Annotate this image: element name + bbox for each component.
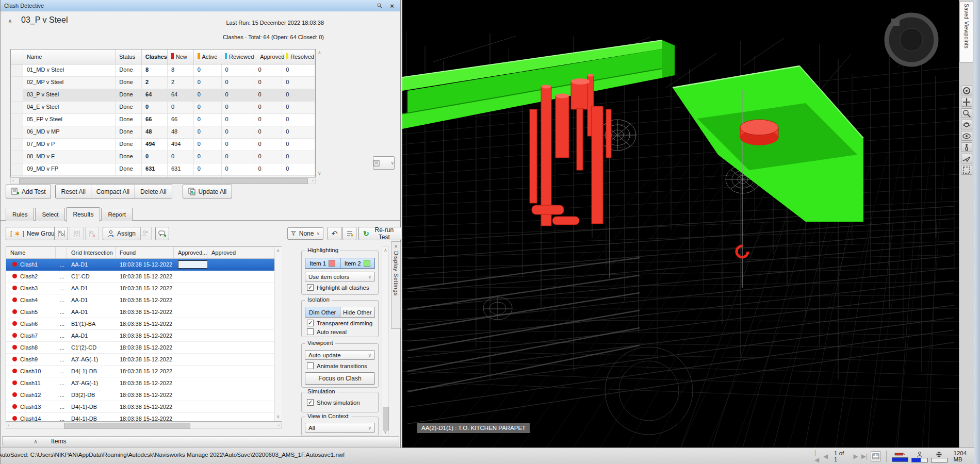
tests-column-header[interactable]: Name (23, 49, 116, 64)
row-selector[interactable] (11, 64, 23, 76)
tab-report[interactable]: Report (101, 208, 133, 221)
clash-row[interactable]: Clash9...A3'-AG(-1)18:03:38 15-12-2022 (6, 354, 281, 366)
row-selector[interactable] (11, 102, 23, 113)
highlight-all-checkbox[interactable]: ✓ Highlight all clashes (307, 284, 369, 291)
add-comment-button[interactable] (155, 227, 169, 240)
results-horizontal-scrollbar[interactable]: ‹ › (6, 422, 282, 429)
scroll-left-icon[interactable]: ‹ (12, 178, 14, 184)
scroll-left-icon[interactable]: ‹ (8, 423, 9, 428)
tests-column-header[interactable]: New (168, 49, 194, 64)
filter-dropdown[interactable]: None ∨ (287, 227, 323, 240)
first-sheet-icon[interactable]: |◀ (814, 449, 820, 463)
approved-by-cell[interactable] (174, 260, 207, 269)
test-row[interactable]: 04_E v SteelDone000000 (11, 102, 315, 114)
tests-column-header[interactable]: Status (116, 49, 142, 64)
clash-row[interactable]: Clash3...AA-D118:03:38 15-12-2022 (6, 283, 281, 294)
results-column-header[interactable]: Found (116, 247, 174, 258)
results-column-header[interactable]: Grid Intersection (67, 247, 116, 258)
test-row[interactable]: 03_P v SteelDone64640000 (11, 89, 315, 102)
scrollbar-thumb[interactable] (383, 407, 389, 430)
display-settings-tab[interactable]: » Display Settings (391, 241, 401, 329)
scroll-down-icon[interactable]: ∨ (384, 429, 387, 435)
undo-button[interactable]: ↶ (328, 227, 341, 240)
tab-results[interactable]: Results (66, 207, 100, 222)
row-selector[interactable] (11, 89, 23, 101)
walk-button[interactable] (961, 142, 972, 152)
3d-viewport[interactable]: AA(2)-D1(1) : T.O. KITCHEN PARAPET (402, 0, 959, 448)
clash-row[interactable]: Clash14...D4(-1)-DB18:03:38 15-12-2022 (6, 413, 281, 422)
update-all-button[interactable]: ↻ Update All (183, 185, 233, 198)
compact-all-button[interactable]: Compact All (91, 185, 135, 198)
tests-column-header[interactable]: Clashes (142, 49, 168, 64)
scroll-up-icon[interactable]: ∧ (318, 50, 321, 56)
report-options-button[interactable]: ∨ (373, 156, 395, 170)
animate-transitions-checkbox[interactable]: Animate transitions (307, 362, 367, 369)
test-row[interactable]: 09_MD v FPDone6316310000 (11, 163, 315, 176)
tests-vertical-scrollbar[interactable]: ∧ ∨ (316, 49, 323, 177)
row-selector[interactable] (11, 114, 23, 126)
clash-row[interactable]: Clash13...D4(-1)-DB18:03:38 15-12-2022 (6, 401, 281, 413)
tests-column-header[interactable]: Approved (254, 49, 282, 64)
clash-row[interactable]: Clash10...D4(-1)-DB18:03:38 15-12-2022 (6, 366, 281, 377)
show-simulation-checkbox[interactable]: ✓ Show simulation (307, 399, 360, 406)
look-around-button[interactable] (961, 131, 972, 141)
scroll-up-icon[interactable]: ∧ (276, 248, 280, 254)
sheet-browser-button[interactable] (871, 451, 881, 461)
compact-view-button[interactable] (342, 227, 356, 240)
controls-scrollbar[interactable]: ∧ ∨ (382, 246, 389, 436)
last-sheet-icon[interactable]: ▶| (861, 453, 868, 460)
clash-row[interactable]: Clash8...C1'(2)-CD18:03:38 15-12-2022 (6, 342, 281, 354)
row-selector[interactable] (11, 151, 23, 163)
scroll-right-icon[interactable]: › (312, 178, 314, 184)
steering-wheel-button[interactable] (961, 86, 972, 95)
item2-toggle[interactable]: Item 2 (340, 258, 375, 269)
tests-horizontal-scrollbar[interactable]: ‹ › (10, 177, 316, 184)
clash-row[interactable]: Clash4...AA-D118:03:38 15-12-2022 (6, 294, 281, 306)
row-selector[interactable] (11, 126, 23, 138)
orbit-button[interactable] (961, 120, 972, 129)
saved-viewpoints-tab[interactable]: Saved Viewpoints (959, 1, 973, 63)
rerun-test-button[interactable]: ↻ Re-run Test (358, 227, 401, 240)
hide-other-toggle[interactable]: Hide Other (340, 307, 375, 317)
fly-button[interactable] (961, 154, 972, 163)
view-in-context-dropdown[interactable]: All∨ (305, 423, 375, 433)
results-column-header[interactable] (56, 247, 67, 258)
reset-all-button[interactable]: Reset All (56, 185, 91, 198)
remove-from-group-button[interactable] (85, 227, 99, 240)
zoom-button[interactable] (961, 108, 972, 118)
row-selector[interactable] (11, 139, 23, 151)
unassign-button[interactable] (138, 227, 152, 240)
scroll-up-icon[interactable]: ∧ (384, 247, 387, 253)
scroll-down-icon[interactable]: ∨ (318, 171, 321, 176)
clash-row[interactable]: Clash6...B1'(1)-BA18:03:38 15-12-2022 (6, 318, 281, 330)
select-box-button[interactable] (961, 165, 972, 175)
dim-other-toggle[interactable]: Dim Other (305, 307, 340, 317)
test-row[interactable]: 02_MP v SteelDone220000 (11, 77, 315, 89)
assign-button[interactable]: Assign (103, 227, 141, 240)
group-clashes-button[interactable] (54, 227, 68, 240)
pan-hand-button[interactable] (961, 97, 972, 107)
tab-rules[interactable]: Rules (6, 208, 34, 221)
tests-column-header[interactable]: Active (194, 49, 222, 64)
scroll-down-icon[interactable]: ∨ (276, 414, 280, 420)
test-row[interactable]: 07_MD v PDone4944940000 (11, 139, 315, 151)
clash-row[interactable]: Clash7...AA-D118:03:38 15-12-2022 (6, 330, 281, 342)
previous-sheet-icon[interactable]: ◀ (823, 453, 828, 460)
results-column-header[interactable]: Name (6, 247, 56, 258)
highlight-mode-dropdown[interactable]: Use item colors∨ (305, 272, 375, 281)
test-row[interactable]: 05_FP v SteelDone66660000 (11, 114, 315, 126)
clash-row[interactable]: Clash5...AA-D118:03:38 15-12-2022 (6, 306, 281, 318)
scrollbar-thumb[interactable] (19, 178, 308, 184)
add-to-group-button[interactable] (70, 227, 84, 240)
pin-icon[interactable] (375, 2, 384, 10)
clash-row[interactable]: Clash2...C1'-CD18:03:38 15-12-2022 (6, 271, 281, 283)
delete-all-button[interactable]: Delete All (135, 185, 172, 198)
test-row[interactable]: 06_MD v MPDone48480000 (11, 126, 315, 139)
focus-on-clash-button[interactable]: Focus on Clash (305, 372, 375, 385)
clash-row[interactable]: Clash1...AA-D118:03:38 15-12-2022 (6, 259, 281, 271)
collapse-test-chevron-icon[interactable]: ∧ (8, 18, 12, 25)
approved-by-editbox[interactable] (178, 260, 207, 269)
row-selector[interactable] (11, 163, 23, 175)
row-selector[interactable] (11, 77, 23, 89)
scroll-right-icon[interactable]: › (278, 423, 280, 428)
